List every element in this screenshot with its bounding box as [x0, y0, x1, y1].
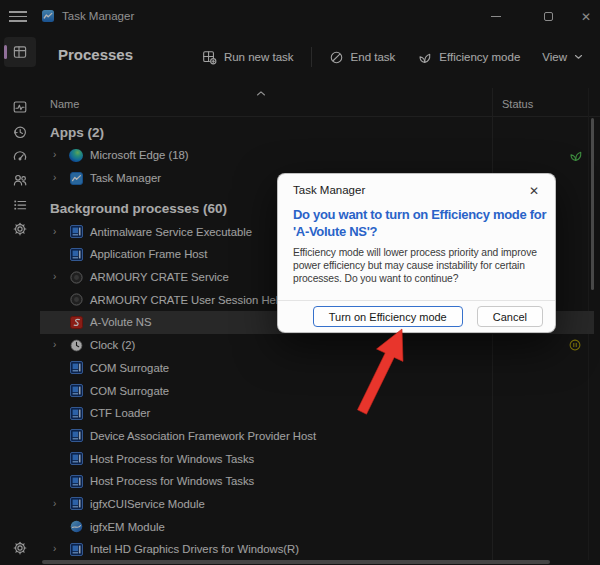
dialog-body-text: Efficiency mode will lower process prior…	[293, 246, 543, 285]
process-name: igfxEM Module	[90, 521, 165, 533]
process-row[interactable]: ›Microsoft Edge (18)	[40, 144, 594, 167]
task-manager-window: Task Manager ✕	[0, 0, 600, 565]
sidebar-item-users[interactable]	[4, 167, 36, 193]
view-dropdown[interactable]: View	[533, 46, 592, 68]
process-row[interactable]: Host Process for Windows Tasks	[40, 470, 594, 493]
process-row[interactable]: ›Intel HD Graphics Drivers for Windows(R…	[40, 538, 594, 561]
process-row[interactable]: igfxEM Module	[40, 515, 594, 538]
run-new-task-button[interactable]: Run new task	[193, 45, 303, 70]
horizontal-scrollbar[interactable]	[42, 560, 550, 564]
window-process-icon	[69, 474, 83, 488]
services-gear-icon	[12, 221, 28, 237]
process-name: igfxCUIService Module	[90, 498, 205, 510]
sidebar-item-settings[interactable]	[4, 535, 36, 561]
expander-chevron-right-icon[interactable]: ›	[53, 340, 63, 350]
sidebar-item-app-history[interactable]	[4, 119, 36, 145]
minimize-button[interactable]	[476, 0, 516, 33]
sidebar-item-performance[interactable]	[4, 94, 36, 120]
window-process-icon	[69, 225, 83, 239]
window-title: Task Manager	[62, 10, 134, 22]
turn-on-efficiency-mode-button[interactable]: Turn on Efficiency mode	[313, 306, 463, 327]
window-process-icon	[69, 429, 83, 443]
process-name: ARMOURY CRATE Service	[90, 271, 229, 283]
expander-chevron-right-icon[interactable]: ›	[53, 499, 63, 509]
app-history-clock-icon	[12, 124, 28, 140]
process-name: COM Surrogate	[90, 385, 169, 397]
page-title: Processes	[58, 46, 133, 63]
expander-chevron-right-icon[interactable]: ›	[53, 227, 63, 237]
end-task-label: End task	[351, 51, 396, 63]
window-process-icon	[69, 247, 83, 261]
vertical-scrollbar[interactable]	[591, 118, 594, 290]
suspended-pause-status-icon	[567, 337, 583, 353]
table-header[interactable]: Name Status	[40, 88, 600, 117]
sidebar-item-details[interactable]	[4, 192, 36, 218]
efficiency-mode-dialog: Task Manager ✕ Do you want to turn on Ef…	[277, 173, 556, 333]
window-process-icon	[69, 497, 83, 511]
toolbar-divider	[311, 47, 312, 67]
window-process-icon	[69, 361, 83, 375]
details-list-icon	[12, 197, 28, 213]
expander-chevron-right-icon[interactable]: ›	[53, 150, 63, 160]
process-row[interactable]: ›Clock (2)	[40, 334, 594, 357]
armoury-process-icon	[69, 270, 83, 284]
dialog-heading: Do you want to turn on Efficiency mode f…	[293, 206, 545, 240]
dialog-close-icon[interactable]: ✕	[524, 181, 544, 201]
close-button[interactable]: ✕	[566, 0, 600, 33]
efficiency-mode-label: Efficiency mode	[439, 51, 520, 63]
column-header-status[interactable]: Status	[502, 98, 533, 110]
process-name: Intel HD Graphics Drivers for Windows(R)	[90, 543, 299, 555]
task-manager-app-icon	[42, 10, 54, 22]
sidebar-item-processes[interactable]	[4, 37, 36, 67]
taskmgr-process-icon	[69, 171, 83, 185]
settings-gear-icon	[12, 540, 28, 556]
efficiency-mode-button[interactable]: Efficiency mode	[408, 45, 529, 70]
page-header: Processes Run new task End task	[40, 33, 600, 80]
process-name: Device Association Framework Provider Ho…	[90, 430, 316, 442]
dialog-title: Task Manager	[293, 184, 365, 196]
run-new-task-label: Run new task	[224, 51, 294, 63]
maximize-button[interactable]	[528, 0, 568, 33]
avolute-process-icon	[69, 315, 83, 329]
end-task-icon	[329, 50, 344, 65]
window-process-icon	[69, 452, 83, 466]
dialog-heading-line2: 'A-Volute NS'?	[293, 223, 545, 240]
clock-process-icon	[69, 338, 83, 352]
expander-chevron-right-icon[interactable]: ›	[53, 173, 63, 183]
accent-pill	[4, 45, 7, 59]
process-row[interactable]: Host Process for Windows Tasks	[40, 447, 594, 470]
process-name: ARMOURY CRATE User Session Helpler	[90, 294, 297, 306]
process-row[interactable]: Device Association Framework Provider Ho…	[40, 425, 594, 448]
startup-gauge-icon	[12, 148, 28, 164]
process-name: Task Manager	[90, 172, 161, 184]
titlebar: Task Manager ✕	[0, 0, 600, 33]
chevron-down-icon	[574, 54, 583, 60]
processes-grid-icon	[12, 44, 28, 60]
process-name: Microsoft Edge (18)	[90, 149, 189, 161]
armoury-process-icon	[69, 293, 83, 307]
cancel-button[interactable]: Cancel	[477, 306, 543, 327]
window-process-icon	[69, 542, 83, 556]
expander-chevron-right-icon[interactable]: ›	[53, 272, 63, 282]
column-header-name[interactable]: Name	[50, 98, 79, 110]
sidebar	[0, 33, 40, 565]
process-name: COM Surrogate	[90, 362, 169, 374]
process-row[interactable]: COM Surrogate	[40, 379, 594, 402]
run-new-task-icon	[202, 50, 217, 65]
igfxem-process-icon	[69, 520, 83, 534]
process-row[interactable]: COM Surrogate	[40, 357, 594, 380]
process-name: Application Frame Host	[90, 248, 207, 260]
sidebar-item-services[interactable]	[4, 216, 36, 242]
hamburger-menu-icon[interactable]	[9, 11, 27, 22]
process-name: A-Volute NS	[90, 316, 152, 328]
sidebar-item-startup-apps[interactable]	[4, 143, 36, 169]
process-row[interactable]: ›igfxCUIService Module	[40, 493, 594, 516]
toolbar: Run new task End task Efficiency mode	[193, 41, 592, 73]
users-icon	[12, 172, 28, 188]
dialog-footer: Turn on Efficiency mode Cancel	[278, 300, 555, 332]
process-row[interactable]: CTF Loader	[40, 402, 594, 425]
end-task-button[interactable]: End task	[320, 45, 405, 70]
sort-chevron-up-icon	[256, 90, 266, 97]
process-name: Host Process for Windows Tasks	[90, 475, 254, 487]
expander-chevron-right-icon[interactable]: ›	[53, 544, 63, 554]
